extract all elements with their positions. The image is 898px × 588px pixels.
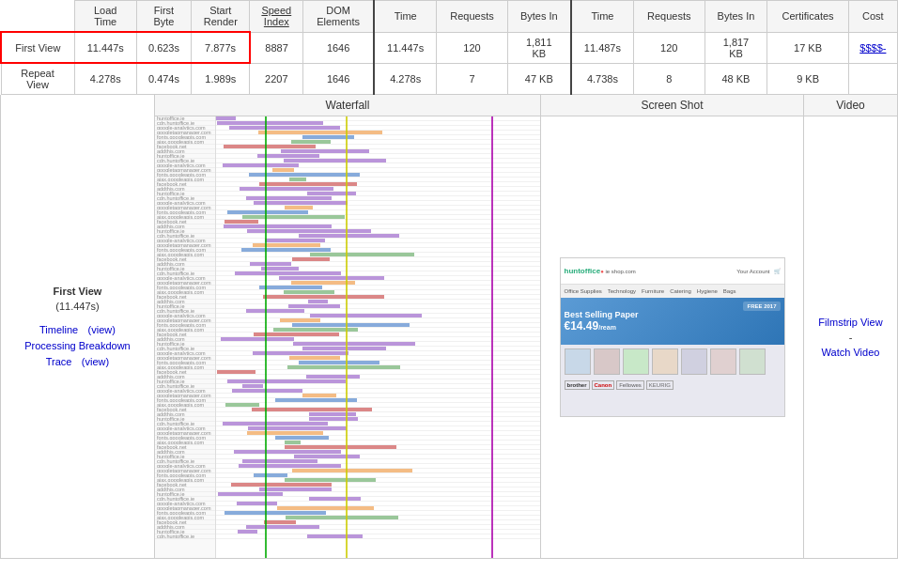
repeat-view-requests2: 7 — [437, 63, 507, 95]
screenshot-image: huntoffice● ie shop.com Your Account 🛒 O… — [560, 257, 785, 417]
repeat-view-bytes-in2: 47 KB — [507, 63, 571, 95]
repeat-view-row: RepeatView 4.278s 0.474s 1.989s 2207 164… — [1, 63, 898, 95]
ss-product — [710, 348, 736, 375]
screenshot-content: huntoffice● ie shop.com Your Account 🛒 O… — [541, 116, 803, 558]
trace-view-link[interactable]: (view) — [82, 356, 109, 367]
repeat-view-speed-index: 2207 — [250, 63, 303, 95]
first-view-label: First View — [1, 32, 74, 63]
waterfall-header: Waterfall — [155, 95, 540, 116]
header-certificates: Certificates — [767, 1, 848, 33]
header-time3: Time — [571, 1, 634, 33]
repeat-view-load-time: 4.278s — [74, 63, 136, 95]
repeat-view-requests3: 8 — [634, 63, 704, 95]
ss-product — [565, 348, 591, 375]
header-dom-elements: DOMElements — [303, 1, 374, 33]
header-load-time: LoadTime — [74, 1, 136, 33]
ss-nav: Office Supplies Technology Furniture Cat… — [561, 285, 784, 298]
header-bytes-in2: Bytes In — [507, 1, 571, 33]
first-view-load-time: 11.447s — [74, 32, 136, 63]
ss-products — [561, 345, 784, 379]
watch-video-link[interactable]: Watch Video — [822, 347, 880, 358]
ss-header: huntoffice● ie shop.com Your Account 🛒 — [561, 258, 784, 285]
table-header-row: LoadTime FirstByte StartRender SpeedInde… — [1, 1, 898, 33]
first-view-cost[interactable]: $$$$- — [848, 32, 897, 63]
processing-breakdown-link[interactable]: Processing Breakdown — [24, 340, 131, 351]
waterfall-viz: huntoffice.iecdn.huntoffice.iegoogle-ana… — [155, 116, 540, 558]
repeat-view-bytes-in3: 48 KB — [704, 63, 767, 95]
timeline-link[interactable]: Timeline — [39, 324, 78, 335]
header-cost: Cost — [848, 1, 897, 33]
video-header: Video — [804, 95, 897, 116]
repeat-view-first-byte: 0.474s — [136, 63, 191, 95]
empty-header — [1, 1, 74, 33]
first-view-time3: 11.487s — [571, 32, 634, 63]
repeat-view-time3: 4.738s — [571, 63, 634, 95]
timeline-view-link[interactable]: (view) — [88, 324, 116, 335]
ss-logo: huntoffice● ie shop.com — [565, 267, 636, 275]
left-panel-links: Timeline (view) Processing Breakdown Tra… — [24, 323, 131, 368]
first-view-bytes-in3: 1,817KB — [704, 32, 767, 63]
left-panel-subtitle: (11.447s) — [55, 301, 99, 312]
waterfall-panel: Waterfall huntoffice.iecdn.huntoffice.ie… — [155, 95, 541, 559]
header-start-render: StartRender — [192, 1, 250, 33]
results-table: LoadTime FirstByte StartRender SpeedInde… — [0, 0, 898, 95]
left-panel-title: First View — [54, 286, 102, 297]
screenshot-header: Screen Shot — [541, 95, 803, 116]
first-view-row: First View 11.447s 0.623s 7.877s 8887 16… — [1, 32, 898, 63]
repeat-view-certificates: 9 KB — [767, 63, 848, 95]
header-bytes-in3: Bytes In — [704, 1, 767, 33]
first-view-speed-index: 8887 — [250, 32, 303, 63]
trace-link[interactable]: Trace — [46, 356, 72, 367]
header-requests2: Requests — [437, 1, 507, 33]
repeat-view-dom-elements: 1646 — [303, 63, 374, 95]
top-table-wrapper: LoadTime FirstByte StartRender SpeedInde… — [0, 0, 898, 95]
first-view-first-byte: 0.623s — [136, 32, 191, 63]
repeat-view-cost — [848, 63, 897, 95]
screenshot-panel: Screen Shot huntoffice● ie shop.com Your… — [541, 95, 804, 559]
header-time2: Time — [374, 1, 437, 33]
first-view-dom-elements: 1646 — [303, 32, 374, 63]
left-panel: First View (11.447s) Timeline (view) Pro… — [0, 95, 155, 559]
video-panel: Video Filmstrip View - Watch Video — [804, 95, 898, 559]
repeat-view-start-render: 1.989s — [192, 63, 250, 95]
video-content: Filmstrip View - Watch Video — [804, 116, 897, 558]
first-view-certificates: 17 KB — [767, 32, 848, 63]
filmstrip-view-link[interactable]: Filmstrip View — [818, 317, 882, 328]
first-view-requests2: 120 — [437, 32, 507, 63]
ss-product — [652, 348, 678, 375]
ss-product — [681, 348, 707, 375]
first-view-bytes-in2: 1,811KB — [507, 32, 571, 63]
ss-brands: brother Canon Fellowes KEURIG — [561, 379, 784, 392]
video-divider: - — [849, 332, 853, 343]
repeat-view-label: RepeatView — [1, 63, 74, 95]
header-first-byte: FirstByte — [136, 1, 191, 33]
bottom-section: First View (11.447s) Timeline (view) Pro… — [0, 95, 898, 559]
trace-row: Trace (view) — [46, 355, 109, 368]
header-speed-index: SpeedIndex — [250, 1, 303, 33]
ss-product — [623, 348, 649, 375]
first-view-requests3: 120 — [634, 32, 704, 63]
ss-banner: Best Selling Paper €14.49/ream FREE 2017 — [561, 298, 784, 345]
timeline-row: Timeline (view) — [39, 323, 116, 336]
ss-product — [739, 348, 766, 375]
header-requests3: Requests — [634, 1, 704, 33]
first-view-start-render: 7.877s — [192, 32, 250, 63]
waterfall-content: huntoffice.iecdn.huntoffice.iegoogle-ana… — [155, 116, 540, 558]
ss-product — [594, 348, 620, 375]
repeat-view-time2: 4.278s — [374, 63, 437, 95]
first-view-time2: 11.447s — [374, 32, 437, 63]
